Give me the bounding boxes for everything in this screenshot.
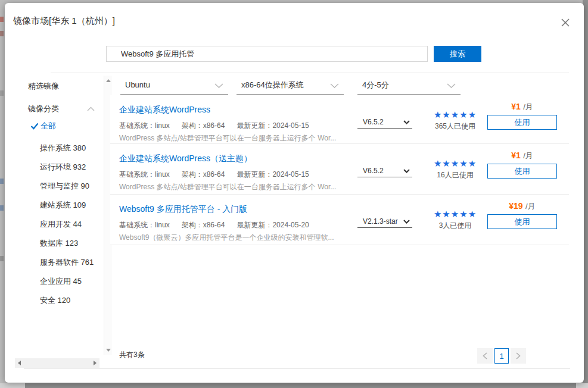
close-button[interactable] <box>558 15 573 30</box>
sidebar-item-operating-systems[interactable]: 操作系统 380 <box>40 143 86 154</box>
price-amount: ¥1 <box>511 151 521 160</box>
result-meta: 基础系统：linux架构：x86-64最新更新：2024-05-20 <box>119 220 309 230</box>
price-amount: ¥1 <box>511 102 521 111</box>
chevron-right-icon <box>516 352 521 359</box>
pagination-prev-button[interactable] <box>477 348 493 364</box>
result-row: 企业建站系统WordPress（送主题） 基础系统：linux架构：x86-64… <box>110 144 569 195</box>
scroll-right-arrow-icon[interactable] <box>94 361 97 365</box>
version-value: V2.1.3-star <box>363 217 398 226</box>
use-button[interactable]: 使用 <box>487 164 557 179</box>
background-page-fragment <box>0 17 4 22</box>
star-rating: ★★★★★ <box>427 158 483 169</box>
chevron-down-icon <box>214 83 223 88</box>
version-value: V6.5.2 <box>363 167 384 175</box>
scroll-up-arrow-icon[interactable] <box>106 79 111 82</box>
sidebar-item-all[interactable]: 全部 <box>41 121 56 132</box>
price-unit: /月 <box>523 151 533 160</box>
page-horizontal-scrollbar-thumb[interactable] <box>25 383 576 388</box>
price: ¥1 /月 <box>487 150 557 161</box>
pagination-next-button[interactable] <box>511 348 526 364</box>
price-unit: /月 <box>525 202 536 211</box>
filter-select-os[interactable]: Ubuntu <box>120 76 228 95</box>
chevron-left-icon <box>483 352 487 359</box>
price-unit: /月 <box>523 102 533 111</box>
sidebar-section-image-categories[interactable]: 镜像分类 <box>28 104 59 114</box>
users-count: 16人已使用 <box>427 170 483 180</box>
meta-base-system: 基础系统：linux <box>119 121 170 130</box>
use-button[interactable]: 使用 <box>487 214 557 229</box>
sidebar-item-website-systems[interactable]: 建站系统 109 <box>40 200 86 211</box>
sidebar-horizontal-scrollbar[interactable] <box>15 358 99 368</box>
result-meta: 基础系统：linux架构：x86-64最新更新：2024-05-15 <box>119 170 309 180</box>
background-page-fragment <box>0 31 4 36</box>
version-select[interactable]: V6.5.2 <box>357 115 412 129</box>
sidebar-item-databases[interactable]: 数据库 123 <box>40 238 78 249</box>
page-horizontal-scrollbar[interactable] <box>0 383 588 388</box>
pagination: 1 <box>477 348 526 364</box>
price-amount: ¥19 <box>509 201 522 211</box>
users-count: 365人已使用 <box>427 121 483 132</box>
header-divider <box>51 73 569 73</box>
use-button[interactable]: 使用 <box>487 115 557 130</box>
sidebar-item-server-software[interactable]: 服务器软件 761 <box>40 257 94 268</box>
version-value: V6.5.2 <box>363 118 384 126</box>
close-icon <box>561 18 570 27</box>
users-count: 3人已使用 <box>427 221 483 231</box>
dialog-title: 镜像市场[华东 1（杭州）] <box>13 15 115 27</box>
meta-architecture: 架构：x86-64 <box>182 170 225 179</box>
background-page-fragment <box>0 179 4 184</box>
scroll-down-arrow-icon[interactable] <box>106 349 111 352</box>
meta-architecture: 架构：x86-64 <box>182 121 225 130</box>
result-row: Websoft9 多应用托管平台 - 入门版 基础系统：linux架构：x86-… <box>110 195 569 245</box>
sidebar-item-management-monitoring[interactable]: 管理与监控 90 <box>40 181 89 192</box>
background-page-fragment <box>0 205 4 211</box>
result-row: 企业建站系统WordPress 基础系统：linux架构：x86-64最新更新：… <box>110 95 569 144</box>
star-rating: ★★★★★ <box>427 109 483 120</box>
total-count: 共有3条 <box>119 350 145 360</box>
sidebar-item-enterprise-apps[interactable]: 企业应用 45 <box>40 276 82 287</box>
search-input[interactable] <box>106 46 428 62</box>
result-description: WordPress 多站点/站群管理平台可以在一台服务器上运行多个 Wor... <box>119 182 336 192</box>
result-title-link[interactable]: Websoft9 多应用托管平台 - 入门版 <box>119 204 247 215</box>
result-description: Websoft9（微聚云）多应用托管平台是一个企业级的安装和管理软... <box>119 233 334 243</box>
footer-divider <box>24 368 570 369</box>
price: ¥1 /月 <box>487 101 557 112</box>
background-page-fragment <box>0 256 4 261</box>
filter-arch-value: x86-64位操作系统 <box>241 80 304 90</box>
pagination-current-page[interactable]: 1 <box>494 348 509 364</box>
meta-architecture: 架构：x86-64 <box>182 221 225 229</box>
filter-rating-value: 4分-5分 <box>362 80 389 90</box>
scroll-left-arrow-icon[interactable] <box>18 361 21 365</box>
filter-os-value: Ubuntu <box>125 80 150 89</box>
chevron-down-icon <box>447 83 456 88</box>
sidebar-item-featured-images[interactable]: 精选镜像 <box>28 81 59 92</box>
filter-select-rating[interactable]: 4分-5分 <box>357 76 461 95</box>
image-marketplace-dialog: 镜像市场[华东 1（杭州）] 搜索 精选镜像 镜像分类 全部 操作系统 380 … <box>5 3 584 383</box>
meta-base-system: 基础系统：linux <box>119 221 170 229</box>
meta-last-updated: 最新更新：2024-05-15 <box>237 170 309 179</box>
background-page-fragment <box>0 90 4 96</box>
sidebar-item-runtime-environments[interactable]: 运行环境 932 <box>40 162 86 173</box>
search-button[interactable]: 搜索 <box>434 46 481 62</box>
chevron-down-icon <box>403 120 410 124</box>
meta-last-updated: 最新更新：2024-05-15 <box>237 121 309 130</box>
sidebar-item-security[interactable]: 安全 120 <box>40 295 70 306</box>
version-select[interactable]: V2.1.3-star <box>357 215 412 228</box>
sidebar-item-app-development[interactable]: 应用开发 44 <box>40 219 82 230</box>
result-title-link[interactable]: 企业建站系统WordPress <box>119 105 210 115</box>
meta-last-updated: 最新更新：2024-05-20 <box>237 221 309 229</box>
result-title-link[interactable]: 企业建站系统WordPress（送主题） <box>119 154 252 164</box>
chevron-down-icon <box>403 169 410 173</box>
filter-select-architecture[interactable]: x86-64位操作系统 <box>237 76 344 95</box>
chevron-up-icon[interactable] <box>87 107 95 111</box>
price: ¥19 /月 <box>487 201 557 212</box>
version-select[interactable]: V6.5.2 <box>357 164 412 177</box>
check-icon <box>30 123 39 130</box>
star-rating: ★★★★★ <box>427 209 483 220</box>
result-description: WordPress 多站点/站群管理平台可以在一台服务器上运行多个 Wor... <box>119 133 336 143</box>
chevron-down-icon <box>403 220 410 224</box>
meta-base-system: 基础系统：linux <box>119 170 170 179</box>
result-meta: 基础系统：linux架构：x86-64最新更新：2024-05-15 <box>119 121 309 131</box>
chevron-down-icon <box>330 83 339 88</box>
